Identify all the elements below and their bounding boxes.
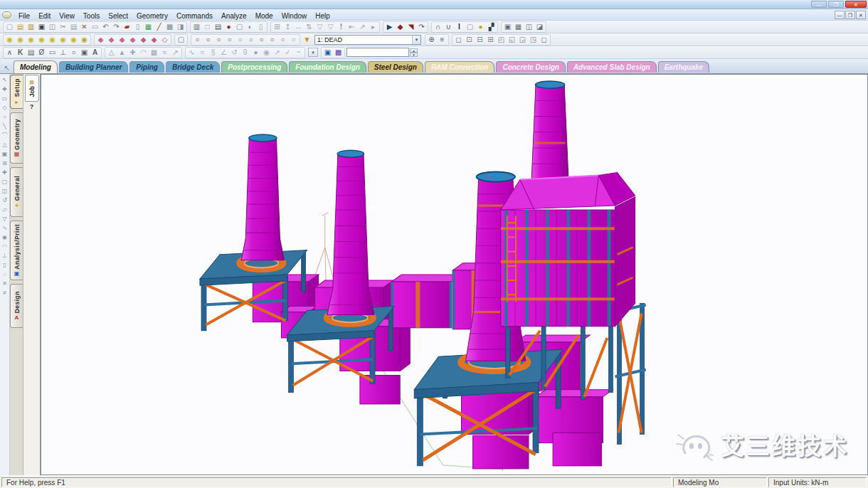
stack-1[interactable] — [241, 134, 284, 260]
dot-tool-icon[interactable]: ● — [250, 48, 261, 58]
arc-tool-icon[interactable]: ∩ — [433, 22, 443, 32]
export-icon[interactable]: ▤ — [213, 22, 223, 32]
ibeam-section-icon[interactable]: I — [454, 22, 465, 32]
spline-icon[interactable]: ∿ — [1, 223, 9, 233]
esp-filter-box[interactable] — [501, 172, 635, 326]
erase-icon[interactable]: ✕ — [1, 279, 9, 288]
circle-draw-icon[interactable]: ○ — [1, 112, 9, 122]
open-archive-icon[interactable]: ▥ — [26, 22, 36, 32]
workflow-tab[interactable]: RAM Connection — [425, 61, 495, 73]
diagram-deflection-icon[interactable]: ◇ — [159, 35, 170, 45]
view-axis-icon[interactable]: ◉ — [4, 35, 15, 45]
node-labels-icon[interactable]: ◻ — [453, 35, 464, 45]
run-analysis-icon[interactable]: ▶ — [384, 22, 395, 32]
page-tab[interactable]: Geometry ▦ — [10, 112, 23, 164]
perpendicular-icon[interactable]: ⊥ — [1, 251, 9, 260]
node-cursor-icon[interactable]: ∧ — [4, 48, 15, 58]
add-plate-icon[interactable]: ▦ — [149, 48, 159, 58]
workflow-tab[interactable]: Bridge Deck — [166, 61, 220, 73]
close-button[interactable]: ✕ — [845, 1, 867, 8]
down-snap-icon[interactable]: ▽ — [1, 214, 9, 223]
skip-start-icon[interactable]: ⇤ — [346, 22, 357, 32]
rotate-view-icon[interactable]: ○ — [267, 35, 277, 45]
print-preview-icon[interactable]: □ — [202, 22, 213, 32]
dimension-input[interactable] — [346, 48, 409, 57]
error-list-icon[interactable]: ◆ — [395, 22, 406, 32]
view-front-icon[interactable]: ◉ — [15, 35, 26, 45]
contrast-icon[interactable]: ◐ — [245, 22, 255, 32]
record-icon[interactable]: ● — [223, 22, 234, 32]
zoom-prev-icon[interactable]: ○ — [235, 35, 245, 45]
axes-display-icon[interactable]: ◰ — [496, 35, 507, 45]
workflow-tab[interactable]: Advanced Slab Design — [567, 61, 657, 73]
grid-icon[interactable]: ▦ — [143, 22, 154, 32]
open-file-icon[interactable]: ▤ — [15, 22, 26, 32]
menu-item[interactable]: Commands — [172, 11, 217, 21]
arch-icon[interactable]: ◠ — [1, 242, 9, 251]
cursor-icon[interactable]: ↖ — [1, 75, 9, 85]
minimize-button[interactable]: — — [811, 1, 827, 8]
zoom-in-icon[interactable]: ○ — [203, 35, 213, 45]
chevron-down-icon[interactable]: ▾ — [412, 36, 420, 44]
drop-beam-icon[interactable]: ▽ — [325, 22, 336, 32]
run-tool-icon[interactable]: ╱ — [154, 22, 164, 32]
add-beam-icon[interactable]: ✚ — [127, 48, 138, 58]
drop-node-icon[interactable]: ▽ — [314, 22, 325, 32]
menu-item[interactable]: Tools — [79, 11, 104, 21]
insert-node-icon[interactable]: ▭ — [90, 22, 100, 32]
arc-draw-icon[interactable]: ⌒ — [1, 131, 9, 140]
curve-tool-icon[interactable]: ∪ — [443, 22, 454, 32]
reanalyze-icon[interactable]: ↷ — [416, 22, 427, 32]
menu-item[interactable]: Edit — [34, 11, 55, 21]
curve-lite-icon[interactable]: ~ — [293, 48, 304, 58]
spring-icon[interactable]: ∿ — [186, 48, 197, 58]
menu-item[interactable]: View — [55, 11, 79, 21]
maximize-button[interactable]: ❐ — [828, 1, 844, 8]
cut-icon[interactable]: ✂ — [58, 22, 68, 32]
menu-item[interactable]: Help — [311, 11, 334, 21]
swap-icon[interactable]: ↔ — [293, 22, 304, 32]
alert-icon[interactable]: ! — [336, 22, 346, 32]
workflow-tab[interactable]: Concrete Design — [496, 61, 565, 73]
copy-icon[interactable]: ◫ — [47, 22, 58, 32]
app-icon[interactable] — [2, 11, 11, 18]
zoom-out-icon[interactable]: ○ — [213, 35, 224, 45]
solid-cursor-icon[interactable]: Ø — [36, 48, 47, 58]
window-new-icon[interactable]: ▣ — [502, 22, 513, 32]
warning-icon[interactable]: ◥ — [406, 22, 416, 32]
point-icon[interactable]: ◉ — [1, 233, 9, 242]
tools-icon[interactable]: ◨ — [175, 22, 186, 32]
query-icon[interactable]: ◻ — [539, 35, 549, 45]
surface-labels-icon[interactable]: ⊞ — [485, 35, 496, 45]
split-view-icon[interactable]: ◫ — [1, 186, 9, 196]
add-arc-icon[interactable]: ◠ — [138, 48, 149, 58]
chevron-down-icon[interactable]: ▾ — [308, 48, 318, 57]
view-left-icon[interactable]: ◉ — [36, 35, 47, 45]
help-tab[interactable]: ? — [30, 103, 34, 110]
wave-icon[interactable]: ≈ — [197, 48, 208, 58]
stack-4[interactable] — [531, 81, 568, 183]
beam-cursor-icon[interactable]: K — [15, 48, 26, 58]
workflow-tab[interactable]: Modeling — [14, 60, 58, 73]
diagram-rendered-icon[interactable]: ◆ — [138, 35, 149, 45]
model-3d-view[interactable] — [41, 75, 867, 474]
pan-icon[interactable]: ○ — [256, 35, 267, 45]
play-icon[interactable]: ▸ — [368, 22, 379, 32]
window-split-icon[interactable]: ◪ — [534, 22, 545, 32]
load-filter-icon[interactable]: ▼ — [302, 35, 312, 45]
hash-grid-icon[interactable]: # — [1, 288, 9, 297]
menu-item[interactable]: Select — [104, 11, 132, 21]
support-cursor-icon[interactable]: ⊥ — [58, 48, 68, 58]
ball-joint-icon[interactable]: ● — [475, 22, 486, 32]
parallelogram-icon[interactable]: ▱ — [1, 205, 9, 214]
view-iso-icon[interactable]: ◉ — [79, 35, 90, 45]
menu-item[interactable]: File — [14, 11, 34, 21]
print-icon[interactable]: ▥ — [191, 22, 202, 32]
structure-cube-icon[interactable]: ▢ — [176, 35, 186, 45]
workflow-tab[interactable]: Postprocessing — [221, 61, 287, 73]
plate-labels-icon[interactable]: ⊟ — [475, 35, 485, 45]
mdi-restore-button[interactable]: ❐ — [845, 11, 855, 19]
multi-select-icon[interactable]: ▣ — [79, 48, 90, 58]
undo-icon[interactable]: ↶ — [100, 22, 111, 32]
plate-cursor-icon[interactable]: ▤ — [26, 48, 36, 58]
